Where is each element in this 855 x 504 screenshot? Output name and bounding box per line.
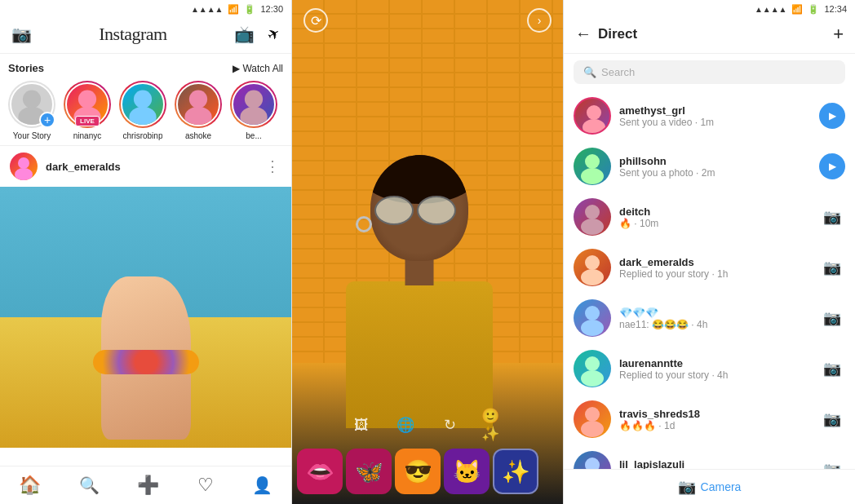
dm-item-amethyst-grl[interactable]: amethyst_grl Sent you a video · 1m ▶ [564, 91, 855, 141]
dm-item-travis-shreds18[interactable]: travis_shreds18 🔥🔥🔥 · 1d 📷 [564, 394, 855, 444]
chrisrobinp-ring [119, 81, 166, 128]
svg-point-16 [585, 205, 600, 219]
svg-point-2 [78, 90, 96, 108]
dm-avatar-deitch [574, 198, 611, 236]
dm-preview-laurenanntte: Replied to your story · 4h [619, 369, 811, 381]
story-item-ninanyc[interactable]: LIVE ninanyc [64, 81, 111, 140]
dm-camera-button-dark-emeralds[interactable]: 📷 [819, 254, 845, 281]
dm-play-button-phillsohn[interactable]: ▶ [819, 153, 845, 179]
dm-preview-deitch: 🔥 · 10m [619, 218, 811, 229]
dm-avatar-amethyst-grl [574, 97, 611, 135]
feed-status-battery: 🔋 [244, 4, 255, 15]
story-item-your-story[interactable]: + Your Story [8, 81, 55, 140]
filter-cat[interactable]: 🐱 [444, 449, 490, 494]
story-item-ashoke[interactable]: ashoke [175, 81, 222, 140]
feed-status-signal: ▲▲▲▲ [191, 5, 224, 14]
svg-point-21 [581, 320, 604, 336]
svg-point-0 [23, 90, 41, 108]
post-more-button[interactable]: ⋮ [265, 157, 281, 175]
camera-footer-button[interactable]: 📷 Camera [678, 478, 742, 496]
story-item-ber[interactable]: be... [230, 81, 277, 140]
ashoke-ring [175, 81, 222, 128]
dm-preview-dark-emeralds: Replied to your story · 1h [619, 268, 811, 280]
dm-item-lil-lapislazuli[interactable]: lil_lapislazuli 🔥🔥🔥 · 1d 📷 [564, 444, 855, 469]
feed-header-icons: 📺 ✈ [234, 24, 280, 44]
camera-tools: 🖼 🌐 ↻ 🙂✨ [292, 406, 563, 444]
add-post-nav-icon[interactable]: ➕ [137, 475, 159, 496]
add-story-plus: + [39, 112, 55, 128]
camera-next-button[interactable]: › [527, 8, 552, 33]
direct-new-message-button[interactable]: + [833, 24, 844, 45]
search-nav-icon[interactable]: 🔍 [79, 475, 100, 495]
svg-point-4 [134, 90, 152, 108]
instagram-logo: Instagram [99, 24, 166, 45]
dm-avatar-dark-emeralds [574, 249, 611, 286]
dm-avatar-nae11 [574, 299, 611, 337]
search-icon: 🔍 [583, 66, 596, 78]
dm-item-deitch[interactable]: deitch 🔥 · 10m 📷 [564, 192, 855, 242]
camera-icon[interactable]: 📷 [11, 24, 32, 44]
home-nav-icon[interactable]: 🏠 [19, 475, 41, 496]
dm-camera-button-deitch[interactable]: 📷 [819, 204, 845, 230]
feed-bottom-nav: 🏠 🔍 ➕ ♡ 👤 [0, 466, 291, 504]
svg-point-6 [189, 90, 207, 108]
dm-camera-button-travis-shreds18[interactable]: 📷 [819, 406, 845, 432]
camera-globe-icon[interactable]: 🌐 [393, 413, 418, 437]
dm-camera-button-laurenanntte[interactable]: 📷 [819, 356, 845, 382]
dm-camera-button-nae11[interactable]: 📷 [819, 305, 845, 331]
filter-lips[interactable]: 👄 [297, 449, 343, 494]
dm-item-laurenanntte[interactable]: laurenanntte Replied to your story · 4h … [564, 343, 855, 394]
dm-preview-travis-shreds18: 🔥🔥🔥 · 1d [619, 420, 811, 431]
dm-username-nae11: 💎💎💎 [619, 307, 811, 319]
camera-rotate-icon[interactable]: ↻ [437, 413, 462, 437]
dm-info-deitch: deitch 🔥 · 10m [619, 206, 811, 229]
dm-info-lil-lapislazuli: lil_lapislazuli 🔥🔥🔥 · 1d [619, 458, 811, 470]
dm-item-phillsohn[interactable]: phillsohn Sent you a photo · 2m ▶ [564, 141, 855, 192]
dm-info-nae11: 💎💎💎 nae11: 😂😂😂 · 4h [619, 307, 811, 330]
svg-point-5 [129, 107, 156, 125]
feed-panel: ▲▲▲▲ 📶 🔋 12:30 📷 Instagram 📺 ✈ Stories ▶… [0, 0, 292, 504]
ashoke-label: ashoke [185, 131, 211, 140]
filter-butterfly[interactable]: 🦋 [346, 449, 392, 494]
feed-status-time: 12:30 [260, 4, 283, 14]
direct-back-button[interactable]: ← [575, 24, 591, 43]
feed-status-bar: ▲▲▲▲ 📶 🔋 12:30 [0, 0, 291, 15]
ber-label: be... [246, 131, 261, 140]
svg-point-11 [15, 168, 33, 180]
chrisrobinp-label: chrisrobinp [123, 131, 163, 140]
direct-status-signal: ▲▲▲▲ [755, 5, 787, 14]
camera-smiley-icon[interactable]: 🙂✨ [481, 413, 506, 437]
dm-play-button-amethyst-grl[interactable]: ▶ [819, 103, 845, 129]
send-icon[interactable]: ✈ [264, 23, 284, 45]
search-placeholder: Search [601, 66, 635, 78]
camera-refresh-button[interactable]: ⟳ [303, 8, 328, 33]
dm-username-laurenanntte: laurenanntte [619, 357, 811, 369]
dm-preview-amethyst-grl: Sent you a video · 1m [619, 117, 811, 128]
direct-status-bar: ▲▲▲▲ 📶 🔋 12:34 [564, 0, 855, 15]
stories-list: + Your Story LIVE ninanyc [8, 81, 283, 140]
your-story-label: Your Story [13, 131, 51, 140]
svg-point-20 [585, 306, 600, 321]
dm-avatar-travis-shreds18 [574, 400, 611, 438]
camera-background: ⟳ › 🖼 🌐 ↻ 🙂✨ 👄 🦋 😎 🐱 ✨ [292, 0, 563, 504]
dm-avatar-lil-lapislazuli [574, 451, 611, 469]
dm-info-phillsohn: phillsohn Sent you a photo · 2m [619, 155, 811, 179]
camera-gallery-icon[interactable]: 🖼 [349, 413, 374, 437]
dm-info-laurenanntte: laurenanntte Replied to your story · 4h [619, 357, 811, 381]
dm-camera-button-lil-lapislazuli[interactable]: 📷 [819, 457, 845, 469]
dm-item-nae11[interactable]: 💎💎💎 nae11: 😂😂😂 · 4h 📷 [564, 293, 855, 343]
svg-point-17 [581, 219, 604, 235]
watch-all-button[interactable]: ▶ Watch All [233, 63, 283, 74]
dm-item-dark-emeralds[interactable]: dark_emeralds Replied to your story · 1h… [564, 242, 855, 293]
story-item-chrisrobinp[interactable]: chrisrobinp [119, 81, 166, 140]
profile-nav-icon[interactable]: 👤 [252, 475, 272, 495]
dm-avatar-laurenanntte [574, 350, 611, 387]
chrisrobinp-avatar [121, 82, 165, 126]
direct-header: ← Direct + [564, 15, 855, 54]
filter-sparkle[interactable]: ✨ [493, 449, 538, 494]
filter-sunglasses[interactable]: 😎 [395, 449, 441, 494]
hand-visual [0, 187, 291, 448]
tv-icon[interactable]: 📺 [234, 24, 255, 44]
heart-nav-icon[interactable]: ♡ [197, 475, 214, 496]
direct-search-box[interactable]: 🔍 Search [574, 60, 845, 84]
